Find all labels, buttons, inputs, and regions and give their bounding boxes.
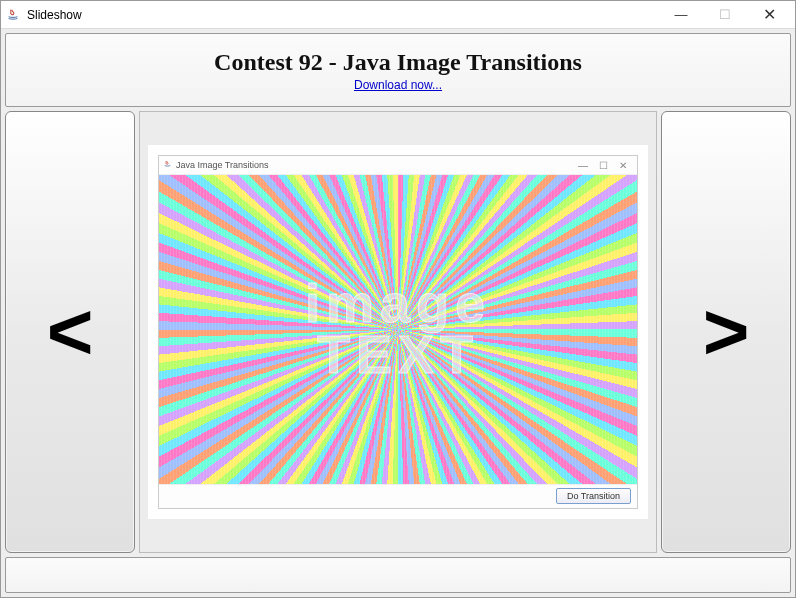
inner-minimize-icon: —	[573, 160, 593, 171]
footer-panel	[5, 557, 791, 593]
middle-row: < Java Image Transitions	[5, 111, 791, 553]
page-title: Contest 92 - Java Image Transitions	[214, 49, 582, 76]
java-icon	[163, 160, 172, 171]
inner-footer: Do Transition	[159, 484, 637, 508]
inner-window-title: Java Image Transitions	[176, 160, 573, 170]
window-controls: — ☐ ✕	[659, 2, 791, 28]
close-button[interactable]: ✕	[747, 2, 791, 28]
next-button[interactable]: >	[661, 111, 791, 553]
image-overlay-text: image TEXT	[305, 278, 491, 381]
inner-window: Java Image Transitions — ☐ ✕ image TEXT	[158, 155, 638, 508]
titlebar[interactable]: Slideshow — ☐ ✕	[1, 1, 795, 29]
image-text-line1: image	[305, 278, 491, 329]
slide-stage: Java Image Transitions — ☐ ✕ image TEXT	[139, 111, 657, 553]
prev-button[interactable]: <	[5, 111, 135, 553]
chevron-right-icon: >	[703, 286, 750, 378]
app-window: Slideshow — ☐ ✕ Contest 92 - Java Image …	[0, 0, 796, 598]
minimize-button[interactable]: —	[659, 2, 703, 28]
header-panel: Contest 92 - Java Image Transitions Down…	[5, 33, 791, 107]
inner-close-icon: ✕	[613, 160, 633, 171]
slide-image: image TEXT	[159, 174, 637, 483]
inner-titlebar: Java Image Transitions — ☐ ✕	[159, 156, 637, 174]
maximize-button[interactable]: ☐	[703, 2, 747, 28]
do-transition-button[interactable]: Do Transition	[556, 488, 631, 504]
inner-maximize-icon: ☐	[593, 160, 613, 171]
window-title: Slideshow	[27, 8, 659, 22]
chevron-left-icon: <	[47, 286, 94, 378]
image-text-line2: TEXT	[305, 329, 491, 380]
content-area: Contest 92 - Java Image Transitions Down…	[1, 29, 795, 597]
download-link[interactable]: Download now...	[354, 78, 442, 92]
slide-card: Java Image Transitions — ☐ ✕ image TEXT	[148, 145, 648, 518]
java-icon	[5, 7, 21, 23]
